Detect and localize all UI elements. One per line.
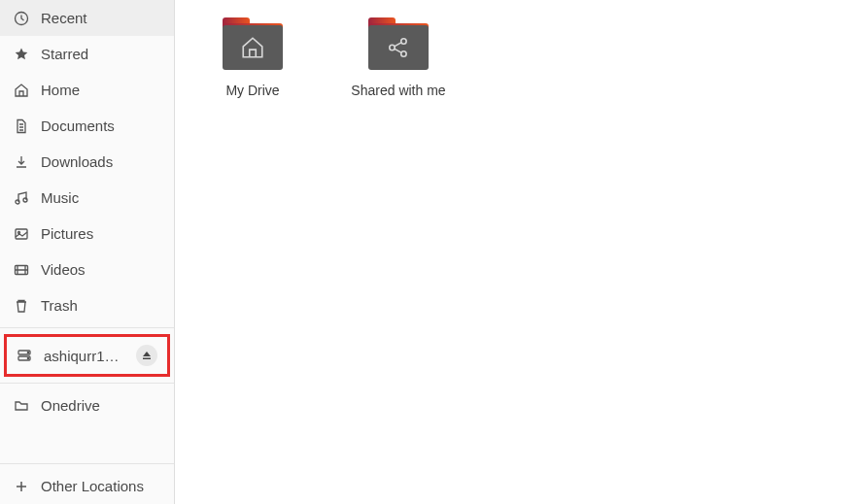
clock-icon <box>14 11 29 26</box>
home-icon <box>240 35 265 60</box>
sidebar-item-starred[interactable]: Starred <box>0 36 174 72</box>
home-icon <box>14 83 29 98</box>
plus-icon <box>14 479 29 494</box>
sidebar-item-pictures[interactable]: Pictures <box>0 216 174 252</box>
sidebar-item-downloads[interactable]: Downloads <box>0 144 174 180</box>
video-icon <box>14 262 29 278</box>
sidebar-item-label: Starred <box>41 46 160 62</box>
folder-icon <box>223 17 283 70</box>
folder-label: My Drive <box>225 82 279 101</box>
separator <box>0 463 174 464</box>
svg-point-12 <box>401 39 406 44</box>
folder-my-drive[interactable]: My Drive <box>204 17 301 101</box>
sidebar-item-label: Home <box>41 82 160 98</box>
sidebar-item-label: Downloads <box>41 153 160 170</box>
drive-icon <box>17 348 32 363</box>
svg-point-11 <box>390 45 395 50</box>
sidebar-item-label: Pictures <box>41 225 160 242</box>
highlight-box: ashiqurr11… <box>4 334 170 377</box>
sidebar-item-label: Videos <box>41 261 160 278</box>
svg-rect-10 <box>143 358 151 360</box>
download-icon <box>14 154 29 170</box>
star-icon <box>14 47 29 62</box>
main-content: My Drive Shared with me <box>175 0 861 504</box>
sidebar-item-videos[interactable]: Videos <box>0 252 174 287</box>
sidebar-item-label: ashiqurr11… <box>44 348 124 364</box>
sidebar-item-label: Documents <box>41 118 160 134</box>
sidebar-item-label: Music <box>41 189 160 206</box>
folder-shared-with-me[interactable]: Shared with me <box>350 17 447 101</box>
sidebar-item-label: Onedrive <box>41 397 160 414</box>
folder-label: Shared with me <box>351 82 445 101</box>
sidebar: Recent Starred Home Documents Downloads … <box>0 0 175 504</box>
trash-icon <box>14 298 29 314</box>
sidebar-item-mount[interactable]: ashiqurr11… <box>7 337 167 374</box>
folder-icon <box>368 17 429 70</box>
sidebar-item-home[interactable]: Home <box>0 72 174 108</box>
sidebar-item-label: Trash <box>41 297 160 314</box>
folder-icon <box>14 398 29 414</box>
image-icon <box>14 226 29 242</box>
sidebar-item-trash[interactable]: Trash <box>0 287 174 323</box>
svg-point-13 <box>401 51 406 56</box>
sidebar-item-onedrive[interactable]: Onedrive <box>0 387 174 423</box>
music-icon <box>14 190 29 206</box>
spacer <box>0 423 174 459</box>
separator <box>0 327 174 328</box>
document-icon <box>14 118 29 134</box>
svg-point-4 <box>18 231 20 233</box>
sidebar-item-label: Other Locations <box>41 478 160 494</box>
svg-point-1 <box>16 200 19 204</box>
sidebar-item-music[interactable]: Music <box>0 180 174 216</box>
separator <box>0 383 174 384</box>
svg-point-9 <box>27 357 28 358</box>
sidebar-item-recent[interactable]: Recent <box>0 0 174 36</box>
sidebar-item-documents[interactable]: Documents <box>0 108 174 144</box>
svg-point-8 <box>27 352 28 353</box>
sidebar-item-other-locations[interactable]: Other Locations <box>0 468 174 504</box>
svg-point-2 <box>23 198 27 202</box>
share-icon <box>386 35 411 60</box>
eject-button[interactable] <box>136 345 157 366</box>
sidebar-item-label: Recent <box>41 10 160 26</box>
